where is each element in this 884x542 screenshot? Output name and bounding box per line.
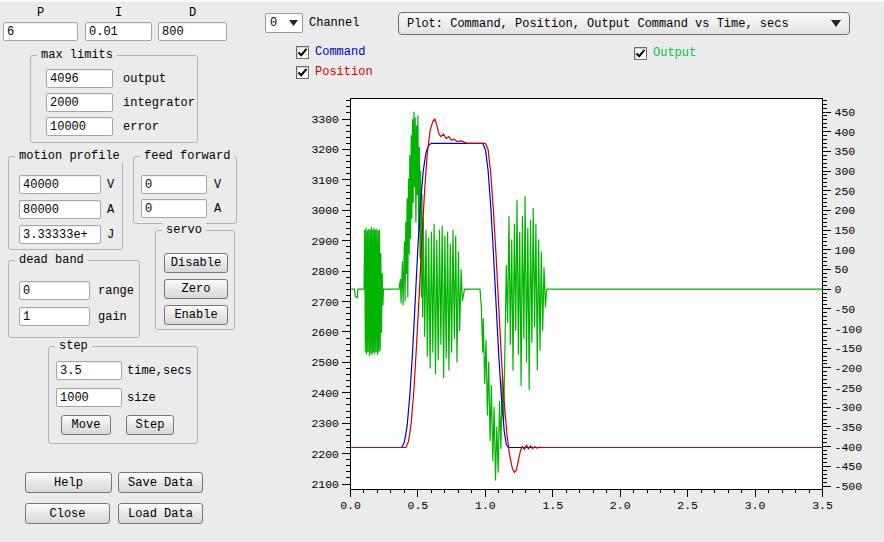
svg-text:450: 450	[835, 106, 856, 119]
svg-text:300: 300	[835, 165, 856, 178]
svg-text:2500: 2500	[311, 356, 339, 369]
svg-text:3.5: 3.5	[812, 499, 833, 512]
svg-text:1.5: 1.5	[542, 499, 563, 512]
svg-text:-350: -350	[835, 421, 863, 434]
svg-text:200: 200	[835, 204, 856, 217]
svg-text:2400: 2400	[311, 387, 339, 400]
chart-canvas: 2100220023002400250026002700280029003000…	[0, 0, 884, 542]
svg-text:-500: -500	[835, 480, 863, 493]
svg-text:3100: 3100	[311, 174, 339, 187]
svg-text:2.0: 2.0	[610, 499, 631, 512]
svg-text:-50: -50	[835, 303, 856, 316]
svg-text:2600: 2600	[311, 326, 339, 339]
svg-text:-150: -150	[835, 342, 863, 355]
svg-text:350: 350	[835, 145, 856, 158]
svg-text:1.0: 1.0	[475, 499, 496, 512]
svg-text:-400: -400	[835, 441, 863, 454]
svg-text:2200: 2200	[311, 448, 339, 461]
svg-text:250: 250	[835, 185, 856, 198]
svg-text:0.0: 0.0	[340, 499, 361, 512]
svg-text:50: 50	[835, 263, 849, 276]
svg-text:-300: -300	[835, 401, 863, 414]
svg-text:-450: -450	[835, 460, 863, 473]
svg-text:-250: -250	[835, 382, 863, 395]
svg-text:2100: 2100	[311, 478, 339, 491]
svg-text:0.5: 0.5	[408, 499, 429, 512]
svg-text:100: 100	[835, 244, 856, 257]
svg-text:2300: 2300	[311, 417, 339, 430]
svg-text:3000: 3000	[311, 204, 339, 217]
svg-text:3.0: 3.0	[745, 499, 766, 512]
svg-text:3200: 3200	[311, 143, 339, 156]
svg-text:2.5: 2.5	[677, 499, 698, 512]
svg-text:2700: 2700	[311, 296, 339, 309]
svg-text:400: 400	[835, 126, 856, 139]
svg-text:2900: 2900	[311, 235, 339, 248]
svg-text:2800: 2800	[311, 265, 339, 278]
svg-text:3300: 3300	[311, 113, 339, 126]
svg-text:-100: -100	[835, 323, 863, 336]
svg-text:0: 0	[835, 283, 842, 296]
svg-text:150: 150	[835, 224, 856, 237]
svg-text:-200: -200	[835, 362, 863, 375]
